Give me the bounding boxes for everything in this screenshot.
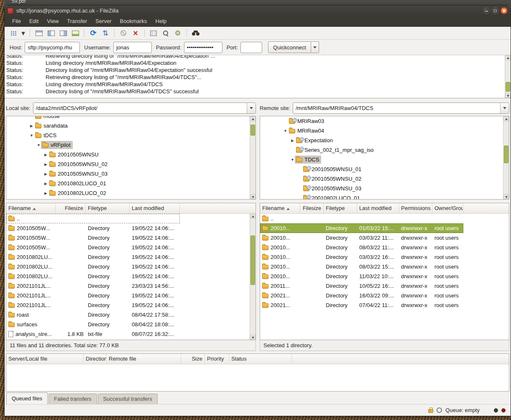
tree-item-20010505wnsu-02[interactable]: ?20010505WNSU_02 — [260, 174, 503, 184]
port-input[interactable] — [240, 42, 262, 53]
tree-item-20010802luco-01[interactable]: ?20010802LUCO_01 — [260, 193, 503, 199]
column-header-filetype[interactable]: Filetype — [86, 203, 130, 213]
tree-node[interactable]: ?20010802LUCO_01 — [302, 195, 362, 199]
tree-item-mriraw04[interactable]: ▼MRIRaw04 — [260, 126, 503, 136]
tree-node[interactable]: ?20010505WNSU_02 — [302, 175, 363, 182]
tree-node[interactable]: vRFpilot — [41, 141, 72, 149]
remote-site-input[interactable] — [293, 103, 500, 113]
menu-item-help[interactable]: Help — [151, 16, 171, 26]
tree-node[interactable]: 20010505WNSU — [49, 151, 100, 158]
tree-item-sarahdata[interactable]: ▶sarahdata — [6, 121, 249, 131]
column-header-filename[interactable]: Filename — [6, 203, 56, 213]
file-row[interactable]: 20021101JL...Directory23/03/23 14:56:... — [6, 281, 180, 291]
tree-item-20010505wnsu-03[interactable]: ?20010505WNSU_03 — [260, 184, 503, 193]
quickconnect-dropdown-button[interactable] — [311, 41, 319, 53]
scroll-track[interactable] — [250, 121, 256, 194]
minimize-button[interactable] — [483, 7, 490, 14]
tree-item-20010505wnsu-01[interactable]: ?20010505WNSU_01 — [260, 164, 503, 174]
site-manager-button[interactable] — [8, 28, 19, 38]
file-row[interactable]: 20021101JL...Directory19/05/22 14:06:... — [6, 291, 180, 300]
toggle-local-tree-button[interactable] — [46, 28, 56, 38]
tree-node[interactable]: sarahdata — [34, 122, 69, 129]
queue-body[interactable] — [6, 364, 509, 391]
scroll-down-icon[interactable] — [250, 335, 256, 340]
log-scrollbar[interactable] — [505, 55, 511, 98]
tree-item-20010505wnsu-02[interactable]: ▶20010505WNSU_02 — [6, 159, 249, 169]
collapse-arrow-icon[interactable]: ▼ — [290, 158, 295, 162]
maximize-button[interactable] — [492, 7, 499, 14]
filter-button[interactable] — [160, 28, 171, 38]
tree-node[interactable]: MRIRaw04 — [288, 127, 326, 134]
close-button[interactable] — [501, 7, 508, 14]
tree-node[interactable]: 20010505WNSU_02 — [49, 161, 109, 168]
toggle-queue-button[interactable] — [70, 28, 81, 38]
column-header-filesize[interactable]: Filesize — [300, 203, 324, 213]
local-site-dropdown-button[interactable] — [247, 103, 256, 113]
file-row[interactable]: 20010...Directory03/03/22 16:...drwxrwxr… — [260, 252, 463, 262]
expand-arrow-icon[interactable]: ▶ — [43, 172, 49, 176]
column-header-status[interactable]: Status — [229, 354, 292, 364]
menu-item-bookmarks[interactable]: Bookmarks — [116, 16, 151, 26]
file-row[interactable]: roastDirectory08/04/22 17:58:... — [6, 310, 180, 320]
column-header-size[interactable]: Size — [181, 354, 205, 364]
column-header-remote-file[interactable]: Remote file — [107, 354, 181, 364]
file-row[interactable]: 20010505W...Directory19/05/22 14:06:... — [6, 233, 180, 243]
tree-node[interactable]: 20010802LUCO_02 — [49, 190, 108, 197]
cancel-button[interactable] — [118, 28, 129, 38]
tree-node[interactable]: ?Expectation — [295, 137, 335, 144]
local-list-scrollbar[interactable] — [250, 214, 256, 340]
tree-node[interactable]: ?Series_002_t1_mpr_sag_iso — [295, 146, 376, 154]
file-row[interactable]: 20021...Directory07/04/22 11:...drwxrwxr… — [260, 300, 463, 310]
menu-item-view[interactable]: View — [43, 16, 63, 26]
synchronized-browsing-button[interactable]: ⚙ — [172, 28, 183, 38]
local-tree-scrollbar[interactable] — [250, 116, 256, 199]
file-row[interactable]: 20010...Directory03/03/22 11:...drwxrwxr… — [260, 233, 463, 243]
collapse-arrow-icon[interactable]: ▼ — [283, 129, 288, 133]
column-header-last-modified[interactable]: Last modified — [357, 203, 399, 213]
expand-arrow-icon[interactable]: ▶ — [43, 191, 49, 195]
password-input[interactable] — [184, 42, 222, 53]
expand-arrow-icon[interactable]: ▶ — [290, 138, 295, 143]
username-input[interactable] — [113, 42, 152, 53]
tree-item-expectation[interactable]: ▶?Expectation — [260, 136, 503, 145]
scroll-track[interactable] — [250, 219, 256, 335]
tree-node[interactable]: ?MRIRaw03 — [288, 118, 326, 125]
scroll-down-icon[interactable] — [250, 194, 256, 199]
remote-tree-scrollbar[interactable] — [503, 116, 509, 199]
tree-item-mriraw03[interactable]: ?MRIRaw03 — [260, 116, 503, 126]
column-header-filename[interactable]: Filename — [260, 203, 300, 213]
column-header-server-local-file[interactable]: Server/Local file — [6, 354, 84, 364]
tab-queued-files[interactable]: Queued files — [6, 392, 48, 404]
scroll-track[interactable] — [505, 60, 511, 93]
tab-failed-transfers[interactable]: Failed transfers — [49, 394, 97, 404]
tree-node[interactable]: ?20010505WNSU_01 — [302, 166, 363, 173]
file-row[interactable]: analysis_stre...1.8 KBtxt-file08/07/22 1… — [6, 329, 180, 339]
toggle-message-log-button[interactable] — [33, 28, 44, 38]
tree-node[interactable]: tDCS — [34, 132, 58, 139]
column-header-filetype[interactable]: Filetype — [324, 203, 357, 213]
column-header-priority[interactable]: Priority — [205, 354, 229, 364]
scroll-thumb[interactable] — [250, 236, 255, 285]
tree-item-series-002-t1-mpr-sag-iso[interactable]: ?Series_002_t1_mpr_sag_iso — [260, 145, 503, 155]
file-row[interactable]: 20010802LU...Directory19/05/22 14:06:... — [6, 262, 180, 271]
menu-item-file[interactable]: File — [8, 16, 25, 26]
column-header-filesize[interactable]: Filesize — [56, 203, 86, 213]
tree-item-mouse[interactable]: mouse — [6, 116, 249, 121]
file-row[interactable]: .. — [6, 214, 180, 223]
scroll-up-icon[interactable] — [250, 214, 256, 219]
tree-item-20010802luco-02[interactable]: ▶20010802LUCO_02 — [6, 188, 249, 198]
collapse-arrow-icon[interactable]: ▼ — [36, 143, 41, 147]
scroll-up-icon[interactable] — [250, 116, 256, 121]
toggle-remote-tree-button[interactable] — [58, 28, 69, 38]
column-header-direction[interactable]: Direction — [84, 354, 107, 364]
menu-item-edit[interactable]: Edit — [25, 16, 43, 26]
tree-node[interactable]: mouse — [34, 116, 61, 120]
scroll-down-icon[interactable] — [505, 93, 511, 98]
file-row[interactable]: 20010...Directory01/03/22 15:...drwxrwxr… — [260, 223, 463, 233]
column-header-owner-group[interactable]: Owner/Group — [432, 203, 463, 213]
file-row[interactable]: 20010802LU...Directory19/05/22 14:06:... — [6, 271, 180, 281]
tree-node[interactable]: 20010802LUCO_01 — [49, 180, 108, 187]
scroll-up-icon[interactable] — [503, 116, 509, 121]
expand-arrow-icon[interactable]: ▶ — [43, 162, 49, 166]
scroll-thumb[interactable] — [504, 146, 508, 163]
